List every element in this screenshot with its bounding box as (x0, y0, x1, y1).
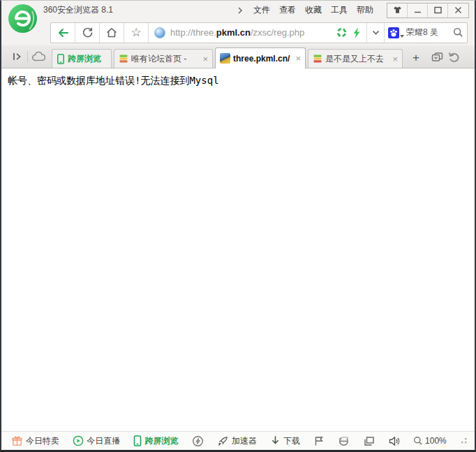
minimize-button[interactable] (408, 3, 428, 17)
flash-circle-icon (192, 435, 204, 447)
phone-icon (57, 54, 65, 64)
zoom-control[interactable]: 100% (413, 436, 447, 446)
tab-label: 是不是又上不去 (325, 53, 389, 65)
zoom-level: 100% (425, 436, 447, 446)
window-title: 360安全浏览器 8.1 (43, 4, 113, 16)
download-label: 下载 (283, 435, 300, 447)
download-button[interactable]: 下载 (270, 435, 300, 447)
new-tab-button[interactable]: + (406, 49, 426, 67)
page-content: 帐号、密码或数据库地址错误!无法连接到Mysql (1, 68, 475, 431)
forum-favicon (119, 54, 128, 64)
today-live-button[interactable]: 今日直播 (73, 435, 120, 447)
window-icon (364, 436, 375, 446)
tab-label: 跨屏浏览 (68, 53, 104, 65)
gift-icon (11, 435, 23, 447)
tab-list-icon[interactable] (429, 48, 445, 65)
tab-forum-thread[interactable]: 是不是又上不去 × (308, 49, 403, 68)
url-dropdown-button[interactable] (366, 23, 385, 43)
ie-icon (338, 435, 350, 447)
url-bar[interactable]: http://three.pkml.cn/zxsc/reg.php (149, 23, 366, 43)
play-circle-icon (73, 435, 84, 446)
divider (27, 51, 28, 62)
cross-screen-label: 跨屏浏览 (144, 435, 178, 447)
status-bar: 今日特卖 今日直播 跨屏浏览 (1, 431, 475, 450)
reopen-closed-tab-icon[interactable] (445, 48, 462, 65)
skin-shirt-icon[interactable] (387, 3, 408, 17)
flash-circle-button[interactable] (192, 435, 204, 447)
tab-active-pkml[interactable]: three.pkml.cn/ × (215, 48, 306, 68)
tab-label: three.pkml.cn/ (233, 54, 292, 64)
multi-window-button[interactable] (364, 436, 375, 446)
tab-label: 唯有论坛首页 - (131, 53, 200, 65)
url-domain: pkml.cn (216, 27, 251, 38)
menu-file[interactable]: 文件 (253, 4, 270, 16)
menu-help[interactable]: 帮助 (357, 4, 373, 16)
tab-cross-screen[interactable]: 跨屏浏览 (52, 49, 112, 68)
navigation-toolbar: ☆ http://three.pkml.cn/zxsc/reg.php (1, 20, 475, 45)
rocket-icon (217, 435, 229, 447)
speaker-icon (388, 436, 400, 446)
page-favicon (220, 53, 230, 64)
tab-close-icon[interactable]: × (202, 54, 208, 64)
menu-expander-icon[interactable] (236, 6, 244, 15)
search-icon[interactable] (453, 27, 463, 38)
back-button[interactable] (51, 23, 75, 43)
zoom-magnifier-icon (413, 436, 423, 446)
browser-window: 360安全浏览器 8.1 文件 查看 收藏 工具 帮助 (0, 0, 476, 452)
phone-icon (133, 435, 142, 446)
menu-tools[interactable]: 工具 (331, 4, 348, 16)
today-live-label: 今日直播 (87, 435, 120, 447)
close-button[interactable] (448, 3, 468, 17)
expand-sidebar-icon[interactable] (8, 48, 25, 65)
tab-bar: 跨屏浏览 唯有论坛首页 - × three.pkml.cn/ × 是不是又上不去… (1, 45, 475, 68)
speed-mode-icon[interactable] (336, 27, 347, 38)
refresh-button[interactable] (75, 23, 100, 43)
url-path: /zxsc/reg.php (251, 27, 304, 38)
address-controls: ☆ http://three.pkml.cn/zxsc/reg.php (50, 22, 468, 43)
globe-icon (154, 27, 165, 38)
baidu-paw-icon[interactable] (388, 27, 404, 38)
window-controls (387, 3, 469, 18)
url-action-icons (336, 27, 361, 38)
forum-favicon (313, 54, 322, 64)
tab-close-icon[interactable]: × (392, 54, 398, 64)
url-scheme: http://three. (170, 27, 216, 38)
cross-screen-button[interactable]: 跨屏浏览 (133, 435, 178, 447)
today-sale-label: 今日特卖 (26, 435, 59, 447)
url-text[interactable]: http://three.pkml.cn/zxsc/reg.php (170, 27, 332, 38)
home-button[interactable] (100, 23, 124, 43)
report-flag-button[interactable] (313, 435, 325, 446)
menu-view[interactable]: 查看 (279, 4, 296, 16)
accelerator-button[interactable]: 加速器 (217, 435, 257, 447)
browser-logo-icon[interactable] (7, 3, 38, 34)
today-sale-button[interactable]: 今日特卖 (11, 435, 59, 447)
favorites-star-icon[interactable]: ☆ (124, 23, 149, 43)
search-box[interactable]: 荣耀8 吴 (385, 23, 467, 43)
lightning-icon[interactable] (352, 27, 361, 38)
title-bar: 360安全浏览器 8.1 文件 查看 收藏 工具 帮助 (1, 1, 475, 20)
menu-bar: 文件 查看 收藏 工具 帮助 (236, 3, 475, 18)
menu-favorites[interactable]: 收藏 (305, 4, 322, 16)
sound-button[interactable] (388, 436, 400, 446)
search-engine-caret-icon (400, 35, 404, 38)
download-arrow-icon (270, 435, 281, 446)
tab-forum-home[interactable]: 唯有论坛首页 - × (114, 49, 213, 68)
accelerator-label: 加速器 (232, 435, 257, 447)
tab-close-icon[interactable]: × (295, 53, 301, 64)
cloud-sync-icon[interactable] (30, 48, 47, 65)
maximize-button[interactable] (428, 3, 448, 17)
ie-compat-button[interactable] (338, 435, 350, 447)
mysql-error-message: 帐号、密码或数据库地址错误!无法连接到Mysql (1, 68, 475, 94)
search-input[interactable]: 荣耀8 吴 (406, 27, 453, 38)
resize-grip[interactable] (460, 437, 468, 445)
flag-icon (313, 435, 325, 446)
